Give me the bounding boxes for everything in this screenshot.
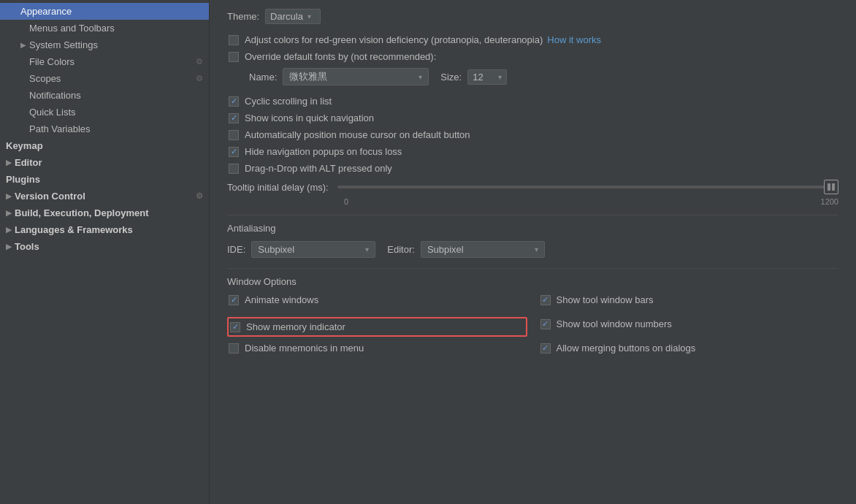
cyclic-scrolling-row: Cyclic scrolling in list [227, 96, 838, 107]
font-name-input[interactable]: 微软雅黑 ▾ [283, 68, 429, 85]
show-tool-bars-checkbox[interactable] [540, 295, 551, 305]
settings-sidebar: Appearance Menus and Toolbars ▶ System S… [0, 0, 210, 504]
override-fonts-label[interactable]: Override default fonts by (not recommend… [229, 51, 436, 62]
sidebar-item-tools[interactable]: ▶ Tools [0, 238, 209, 255]
adjust-colors-checkbox[interactable] [229, 35, 239, 45]
ide-antialiasing-select[interactable]: Subpixel ▾ [251, 241, 375, 258]
sidebar-item-notifications[interactable]: Notifications [0, 87, 209, 104]
expand-arrow-icon: ▶ [6, 243, 12, 251]
theme-row: Theme: Darcula ▾ [227, 9, 838, 24]
override-fonts-row: Override default fonts by (not recommend… [227, 51, 838, 62]
sidebar-item-keymap[interactable]: Keymap [0, 137, 209, 154]
chevron-down-icon: ▾ [419, 73, 422, 81]
sidebar-item-label: Plugins [6, 174, 40, 185]
sidebar-item-label: Quick Lists [29, 107, 76, 118]
sidebar-item-file-colors[interactable]: File Colors ⚙ [0, 53, 209, 70]
sidebar-item-languages-frameworks[interactable]: ▶ Languages & Frameworks [0, 221, 209, 238]
font-size-value: 12 [473, 72, 483, 83]
sidebar-item-label: Scopes [29, 73, 61, 84]
sidebar-item-editor[interactable]: ▶ Editor [0, 154, 209, 171]
editor-aa-label: Editor: [387, 244, 415, 255]
show-tool-bars-row: Show tool window bars [539, 294, 839, 305]
font-size-input[interactable]: 12 ▾ [467, 69, 507, 85]
chevron-down-icon: ▾ [535, 245, 538, 253]
sidebar-item-system-settings[interactable]: ▶ System Settings [0, 37, 209, 53]
show-memory-label[interactable]: Show memory indicator [230, 321, 345, 332]
sidebar-item-build-exec-deploy[interactable]: ▶ Build, Execution, Deployment [0, 205, 209, 221]
drag-drop-label[interactable]: Drag-n-Drop with ALT pressed only [229, 163, 392, 174]
antialiasing-row: IDE: Subpixel ▾ Editor: Subpixel ▾ [227, 241, 838, 258]
adjust-colors-label[interactable]: Adjust colors for red-green vision defic… [229, 34, 543, 45]
hide-nav-label[interactable]: Hide navigation popups on focus loss [229, 146, 402, 157]
tooltip-label: Tooltip initial delay (ms): [227, 182, 329, 193]
show-tool-bars-label[interactable]: Show tool window bars [540, 294, 654, 305]
sidebar-item-menus-toolbars[interactable]: Menus and Toolbars [0, 20, 209, 37]
sidebar-item-label: Appearance [20, 6, 72, 17]
expand-arrow-icon: ▶ [6, 192, 12, 200]
slider-max-label: 1200 [821, 197, 838, 206]
animate-windows-checkbox[interactable] [229, 295, 239, 305]
show-tool-numbers-label[interactable]: Show tool window numbers [540, 318, 672, 329]
show-tool-numbers-row: Show tool window numbers [539, 317, 839, 331]
editor-antialiasing-value: Subpixel [427, 244, 464, 255]
antialiasing-title: Antialiasing [227, 223, 838, 234]
sidebar-item-scopes[interactable]: Scopes ⚙ [0, 70, 209, 87]
slider-thumb[interactable] [824, 180, 838, 194]
theme-dropdown[interactable]: Darcula ▾ [265, 9, 321, 24]
ide-label: IDE: [227, 244, 245, 255]
font-name-size-row: Name: 微软雅黑 ▾ Size: 12 ▾ [227, 68, 838, 85]
sidebar-item-label: Languages & Frameworks [15, 224, 133, 235]
chevron-down-icon: ▾ [365, 245, 369, 253]
settings-icon: ⚙ [196, 57, 203, 66]
sidebar-item-label: Version Control [15, 191, 85, 202]
sidebar-item-label: File Colors [29, 56, 74, 67]
sidebar-item-version-control[interactable]: ▶ Version Control ⚙ [0, 188, 209, 205]
slider-min-label: 0 [344, 197, 348, 206]
sidebar-item-label: Build, Execution, Deployment [15, 207, 148, 218]
disable-mnemonics-row: Disable mnemonics in menu [227, 343, 527, 354]
size-label: Size: [440, 72, 462, 83]
disable-mnemonics-checkbox[interactable] [229, 343, 239, 354]
sidebar-item-label: System Settings [29, 39, 98, 50]
ide-antialiasing-value: Subpixel [258, 244, 294, 255]
main-content: Theme: Darcula ▾ Adjust colors for red-g… [210, 0, 856, 504]
expand-arrow-icon: ▶ [6, 226, 12, 234]
svg-rect-0 [828, 183, 830, 191]
how-it-works-link[interactable]: How it works [547, 34, 601, 45]
show-memory-checkbox[interactable] [230, 322, 240, 332]
auto-position-label[interactable]: Automatically position mouse cursor on d… [229, 129, 470, 140]
show-icons-checkbox[interactable] [229, 113, 239, 123]
name-label: Name: [249, 72, 277, 83]
show-icons-row: Show icons in quick navigation [227, 112, 838, 123]
cyclic-scrolling-label[interactable]: Cyclic scrolling in list [229, 96, 332, 107]
override-fonts-checkbox[interactable] [229, 52, 239, 62]
drag-drop-checkbox[interactable] [229, 164, 239, 174]
hide-nav-row: Hide navigation popups on focus loss [227, 146, 838, 157]
editor-antialiasing-select[interactable]: Subpixel ▾ [421, 241, 545, 258]
animate-windows-label[interactable]: Animate windows [229, 294, 318, 305]
sidebar-item-plugins[interactable]: Plugins [0, 171, 209, 188]
expand-arrow-icon: ▶ [20, 41, 26, 49]
window-options-title: Window Options [227, 276, 838, 287]
show-icons-label[interactable]: Show icons in quick navigation [229, 112, 374, 123]
allow-merging-label[interactable]: Allow merging buttons on dialogs [540, 343, 696, 354]
cyclic-scrolling-checkbox[interactable] [229, 96, 239, 107]
font-name-value: 微软雅黑 [289, 70, 327, 83]
chevron-down-icon: ▾ [498, 73, 502, 81]
sidebar-item-path-variables[interactable]: Path Variables [0, 121, 209, 137]
disable-mnemonics-label[interactable]: Disable mnemonics in menu [229, 343, 364, 354]
sidebar-item-label: Editor [15, 157, 42, 168]
sidebar-item-label: Path Variables [29, 123, 91, 134]
settings-icon: ⚙ [196, 74, 203, 83]
hide-nav-checkbox[interactable] [229, 147, 239, 157]
theme-value: Darcula [270, 11, 303, 22]
sidebar-item-quick-lists[interactable]: Quick Lists [0, 104, 209, 121]
show-tool-numbers-checkbox[interactable] [540, 319, 551, 329]
divider-window-options [227, 268, 838, 269]
sidebar-item-label: Notifications [29, 90, 81, 101]
sidebar-item-appearance[interactable]: Appearance [0, 3, 209, 20]
auto-position-checkbox[interactable] [229, 130, 239, 140]
divider-antialiasing [227, 215, 838, 215]
allow-merging-checkbox[interactable] [540, 343, 551, 354]
tooltip-slider[interactable] [337, 180, 838, 194]
